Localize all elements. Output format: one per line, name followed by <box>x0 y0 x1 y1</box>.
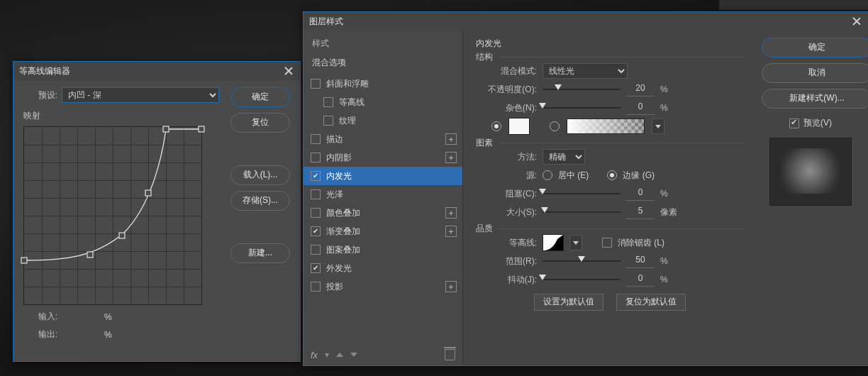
contour-titlebar[interactable]: 等高线编辑器 <box>13 62 300 80</box>
curve-handle[interactable] <box>145 189 152 196</box>
jitter-label: 抖动(J): <box>476 274 537 286</box>
style-checkbox[interactable] <box>323 97 333 107</box>
contour-title: 等高线编辑器 <box>19 62 70 80</box>
save-button[interactable]: 存储(S)... <box>230 191 290 211</box>
source-label: 源: <box>476 170 537 182</box>
preset-label: 预设: <box>23 89 57 101</box>
close-icon[interactable] <box>851 16 862 27</box>
preview-checkbox[interactable]: ✔ <box>789 118 799 128</box>
style-item-3[interactable]: 描边＋ <box>304 130 462 148</box>
curve-handle[interactable] <box>199 126 205 132</box>
blendmode-select[interactable]: 线性光 <box>542 63 628 79</box>
choke-value[interactable]: 0 <box>626 187 655 201</box>
fx-icon[interactable]: fx <box>311 350 318 360</box>
style-checkbox[interactable] <box>311 245 321 255</box>
new-button[interactable]: 新建... <box>230 243 290 263</box>
add-instance-icon[interactable]: ＋ <box>445 133 457 145</box>
curve-editor[interactable] <box>23 126 202 305</box>
contour-swatch[interactable] <box>542 234 564 251</box>
style-checkbox[interactable] <box>311 171 321 181</box>
style-checkbox[interactable] <box>311 153 321 162</box>
source-edge-radio[interactable] <box>607 170 617 180</box>
percent-unit: % <box>104 312 112 322</box>
ls-title: 图层样式 <box>309 12 343 31</box>
curve-handle[interactable] <box>21 257 28 263</box>
inner-glow-panel: 内发光 结构 混合模式: 线性光 不透明度(O): 20 % 杂色(N): 0 … <box>463 31 753 365</box>
trash-icon[interactable] <box>445 349 455 360</box>
opacity-value[interactable]: 20 <box>626 83 655 96</box>
style-checkbox[interactable] <box>311 208 321 218</box>
style-item-0[interactable]: 斜面和浮雕 <box>304 74 462 93</box>
style-item-9[interactable]: 图案叠加 <box>304 240 462 259</box>
right-buttons: 确定 取消 新建样式(W)... ✔ 预览(V) <box>753 31 868 365</box>
jitter-slider[interactable] <box>542 275 621 284</box>
style-item-10[interactable]: 外发光 <box>304 259 462 277</box>
ok-button[interactable]: 确定 <box>230 87 290 107</box>
style-item-5[interactable]: 内发光 <box>304 167 462 185</box>
style-item-4[interactable]: 内阴影＋ <box>304 148 462 167</box>
preset-select[interactable]: 内凹 - 深 <box>62 87 219 103</box>
move-down-icon[interactable] <box>350 353 357 357</box>
style-item-6[interactable]: 光泽 <box>304 185 462 204</box>
move-up-icon[interactable] <box>336 353 343 357</box>
source-edge-label: 边缘 (G) <box>623 170 655 182</box>
curve-handle[interactable] <box>118 232 125 238</box>
reset-default-button[interactable]: 复位为默认值 <box>616 294 686 311</box>
size-value[interactable]: 5 <box>626 206 655 219</box>
curve-handle[interactable] <box>87 252 93 258</box>
style-item-label: 斜面和浮雕 <box>326 78 369 90</box>
group-quality: 品质 <box>476 223 499 235</box>
color-swatch[interactable] <box>508 118 530 135</box>
ls-titlebar[interactable]: 图层样式 <box>304 12 868 31</box>
style-item-label: 颜色叠加 <box>326 207 360 219</box>
close-icon[interactable] <box>283 65 294 77</box>
add-instance-icon[interactable]: ＋ <box>445 281 457 292</box>
set-default-button[interactable]: 设置为默认值 <box>534 294 603 311</box>
ok-button[interactable]: 确定 <box>762 38 868 57</box>
reset-button[interactable]: 复位 <box>230 113 290 133</box>
style-checkbox[interactable] <box>311 79 321 89</box>
gradient-dropdown-icon[interactable] <box>652 118 664 134</box>
style-item-8[interactable]: 渐变叠加＋ <box>304 222 462 240</box>
style-item-1[interactable]: 等高线 <box>304 93 462 111</box>
layer-style-dialog: 图层样式 样式 混合选项 斜面和浮雕等高线纹理描边＋内阴影＋内发光光泽颜色叠加＋… <box>303 11 868 366</box>
add-instance-icon[interactable]: ＋ <box>445 207 457 219</box>
style-checkbox[interactable] <box>311 282 321 292</box>
source-center-radio[interactable] <box>542 170 552 180</box>
choke-slider[interactable] <box>542 189 621 199</box>
add-instance-icon[interactable]: ＋ <box>445 226 457 237</box>
noise-slider[interactable] <box>542 103 621 113</box>
input-label: 输入: <box>23 311 57 323</box>
source-center-label: 居中 (E) <box>558 170 589 182</box>
contour-dropdown-icon[interactable] <box>569 235 582 250</box>
technique-select[interactable]: 精确 <box>542 149 585 165</box>
style-item-11[interactable]: 投影＋ <box>304 277 462 296</box>
style-checkbox[interactable] <box>311 226 321 236</box>
gradient-swatch[interactable] <box>567 118 645 134</box>
add-instance-icon[interactable]: ＋ <box>445 152 457 163</box>
style-item-2[interactable]: 纹理 <box>304 111 462 130</box>
blend-options[interactable]: 混合选项 <box>304 54 462 74</box>
output-label: 输出: <box>23 328 57 341</box>
style-checkbox[interactable] <box>323 116 333 126</box>
style-checkbox[interactable] <box>311 189 321 199</box>
new-style-button[interactable]: 新建样式(W)... <box>762 89 868 109</box>
load-button[interactable]: 载入(L)... <box>230 165 290 185</box>
range-slider[interactable] <box>542 256 621 266</box>
range-value[interactable]: 50 <box>626 255 655 268</box>
cancel-button[interactable]: 取消 <box>762 63 868 83</box>
preview-label: 预览(V) <box>803 117 832 129</box>
gradient-radio[interactable] <box>550 121 560 131</box>
antialias-checkbox[interactable] <box>602 238 612 248</box>
size-label: 大小(S): <box>476 206 537 219</box>
style-checkbox[interactable] <box>311 134 321 144</box>
jitter-value[interactable]: 0 <box>626 273 655 287</box>
noise-value[interactable]: 0 <box>626 101 655 115</box>
color-radio[interactable] <box>491 121 501 131</box>
opacity-slider[interactable] <box>542 84 621 94</box>
style-item-7[interactable]: 颜色叠加＋ <box>304 204 462 222</box>
style-checkbox[interactable] <box>311 263 321 273</box>
style-item-label: 图案叠加 <box>326 244 360 256</box>
curve-handle[interactable] <box>163 126 169 132</box>
size-slider[interactable] <box>542 207 621 217</box>
